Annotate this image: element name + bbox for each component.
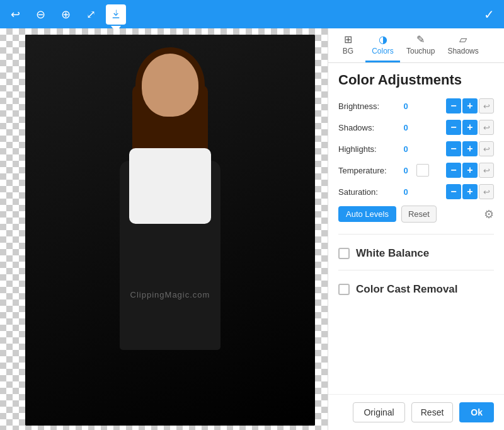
canvas-image: ClippingMagic.com <box>13 28 328 430</box>
brightness-row: Brightness: 0 − + ↩ <box>338 98 494 113</box>
shadows-plus[interactable]: + <box>462 120 478 135</box>
panel-title: Color Adjustments <box>338 72 494 88</box>
temperature-swatch <box>416 164 429 177</box>
watermark: ClippingMagic.com <box>130 290 210 299</box>
canvas-area: ClippingMagic.com <box>0 28 328 430</box>
fit-button[interactable]: ⤢ <box>81 4 101 25</box>
original-button[interactable]: Original <box>353 402 404 422</box>
highlights-plus[interactable]: + <box>462 141 478 156</box>
color-cast-label: Color Cast Removal <box>356 283 458 296</box>
saturation-undo[interactable]: ↩ <box>479 184 494 199</box>
divider-1 <box>338 234 494 235</box>
toolbar: ↩ ⊖ ⊕ ⤢ ✓ <box>0 0 504 28</box>
colors-tab-label: Colors <box>372 47 394 55</box>
shadows-undo[interactable]: ↩ <box>479 120 494 135</box>
brightness-plus[interactable]: + <box>462 98 478 113</box>
tab-shadows[interactable]: ▱ Shadows <box>441 28 484 62</box>
color-cast-section: Color Cast Removal <box>338 279 494 296</box>
white-balance-label: White Balance <box>356 247 429 260</box>
temperature-row: Temperature: 0 − + ↩ <box>338 163 494 178</box>
temperature-controls: − + ↩ <box>446 163 494 178</box>
ok-button[interactable]: Ok <box>459 402 494 422</box>
tab-colors[interactable]: ◑ Colors <box>365 28 400 62</box>
shadows-tab-icon: ▱ <box>459 33 467 45</box>
shadows-controls: − + ↩ <box>446 120 494 135</box>
right-panel: ⊞ BG ◑ Colors ✎ Touchup ▱ Shadows Color … <box>328 28 504 430</box>
saturation-controls: − + ↩ <box>446 184 494 199</box>
saturation-minus[interactable]: − <box>446 184 461 199</box>
temperature-undo[interactable]: ↩ <box>479 163 494 178</box>
zoom-out-button[interactable]: ⊖ <box>30 4 50 25</box>
person-head <box>142 54 198 117</box>
divider-2 <box>338 270 494 270</box>
brightness-value: 0 <box>399 102 413 111</box>
download-button[interactable] <box>106 4 126 25</box>
brightness-controls: − + ↩ <box>446 98 494 113</box>
shadows-row: Shadows: 0 − + ↩ <box>338 120 494 135</box>
white-balance-checkbox[interactable] <box>338 248 350 259</box>
reset-main-button[interactable]: Reset <box>411 402 454 422</box>
saturation-plus[interactable]: + <box>462 184 478 199</box>
bottom-buttons: Original Reset Ok <box>328 394 504 430</box>
shadows-tab-label: Shadows <box>447 47 478 55</box>
gear-button[interactable]: ⚙ <box>484 207 494 221</box>
temperature-value: 0 <box>399 166 413 175</box>
brightness-undo[interactable]: ↩ <box>479 98 494 113</box>
brightness-label: Brightness: <box>338 102 395 111</box>
photo-person: ClippingMagic.com <box>25 35 315 426</box>
color-cast-checkbox[interactable] <box>338 284 350 295</box>
bg-tab-label: BG <box>343 47 353 55</box>
saturation-value: 0 <box>399 187 413 197</box>
temperature-plus[interactable]: + <box>462 163 478 178</box>
photo-placeholder: ClippingMagic.com <box>25 35 315 426</box>
white-balance-section: White Balance <box>338 243 494 260</box>
shadows-label: Shadows: <box>338 123 395 132</box>
saturation-label: Saturation: <box>338 187 395 197</box>
highlights-controls: − + ↩ <box>446 141 494 156</box>
zoom-in-button[interactable]: ⊕ <box>55 4 76 25</box>
touchup-tab-icon: ✎ <box>416 33 425 45</box>
confirm-button[interactable]: ✓ <box>479 4 499 25</box>
tab-touchup[interactable]: ✎ Touchup <box>400 28 441 62</box>
tabs-row: ⊞ BG ◑ Colors ✎ Touchup ▱ Shadows <box>328 28 504 63</box>
download-wrapper <box>106 4 126 25</box>
shadows-minus[interactable]: − <box>446 120 461 135</box>
download-icon <box>110 9 122 20</box>
temperature-minus[interactable]: − <box>446 163 461 178</box>
main-area: ClippingMagic.com ⊞ BG ◑ Colors ✎ Touchu… <box>0 28 504 430</box>
touchup-tab-label: Touchup <box>406 47 435 55</box>
highlights-label: Highlights: <box>338 144 395 154</box>
bg-tab-icon: ⊞ <box>344 33 352 45</box>
panel-content: Color Adjustments Brightness: 0 − + ↩ Sh… <box>328 63 504 394</box>
highlights-row: Highlights: 0 − + ↩ <box>338 141 494 156</box>
undo-button[interactable]: ↩ <box>5 4 25 25</box>
temperature-label: Temperature: <box>338 166 395 175</box>
auto-levels-button[interactable]: Auto Levels <box>338 206 396 222</box>
highlights-value: 0 <box>399 144 413 154</box>
shadows-value: 0 <box>399 123 413 132</box>
brightness-minus[interactable]: − <box>446 98 461 113</box>
highlights-minus[interactable]: − <box>446 141 461 156</box>
highlights-undo[interactable]: ↩ <box>479 141 494 156</box>
reset-small-button[interactable]: Reset <box>401 206 437 223</box>
colors-tab-icon: ◑ <box>379 33 387 45</box>
person-shirt <box>129 148 211 224</box>
saturation-row: Saturation: 0 − + ↩ <box>338 184 494 199</box>
auto-levels-row: Auto Levels Reset ⚙ <box>338 206 494 223</box>
tab-bg[interactable]: ⊞ BG <box>331 28 365 62</box>
